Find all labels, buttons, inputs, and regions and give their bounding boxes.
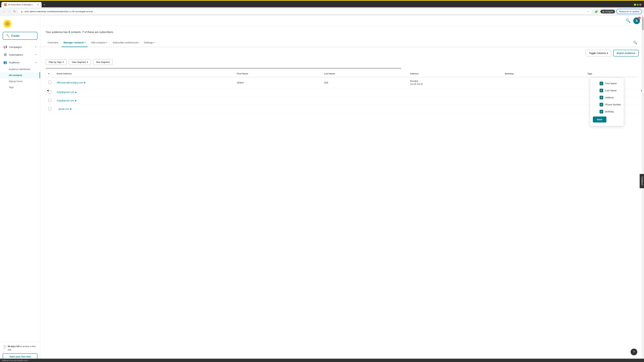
- incognito-label: Incognito: [605, 10, 614, 13]
- nav-item-campaigns[interactable]: 📢 Campaigns ▼: [0, 43, 40, 51]
- trial-info: 🕐 89 days left to access a free trial.: [3, 345, 38, 351]
- checkbox-first-name[interactable]: ✓: [600, 82, 603, 85]
- sidebar-logo: 🐵: [0, 16, 40, 32]
- row-address-cell: Moodjoy122 W 3rd St: [407, 77, 502, 88]
- back-button[interactable]: ←: [2, 9, 6, 14]
- row-select-checkbox[interactable]: [48, 81, 51, 84]
- global-search-button[interactable]: 🔍: [623, 16, 633, 26]
- close-button[interactable]: [639, 4, 641, 6]
- sidebar-item-all-contacts[interactable]: All contacts: [0, 72, 40, 78]
- chevron-down-icon: ▾: [106, 41, 107, 43]
- relaunch-button[interactable]: Relaunch to update: [616, 9, 642, 14]
- email-link[interactable]: tryfg@gmail.com ▶: [57, 91, 232, 93]
- automations-icon: ⚙️: [3, 53, 7, 56]
- automations-label: Automations: [9, 53, 23, 56]
- expand-arrow-icon: ▶: [70, 108, 72, 110]
- checkbox-address[interactable]: ✓: [600, 96, 603, 99]
- row-select-checkbox[interactable]: [48, 99, 51, 102]
- toggle-columns-save-button[interactable]: Save: [593, 116, 606, 122]
- email-link[interactable]: ...gmail.com ▶: [57, 108, 232, 110]
- new-tab-button[interactable]: +: [42, 2, 47, 7]
- contacts-count: 8: [68, 31, 70, 33]
- drag-handle-icon: ⋮⋮: [593, 110, 598, 113]
- create-button[interactable]: ✏️ Create: [3, 32, 38, 40]
- toggle-label: First Name: [605, 82, 617, 85]
- browser-frame: 🐒 All subscribers of Moodjoy | Ma... ✕ +…: [0, 0, 644, 16]
- browser-tabs-bar: 🐒 All subscribers of Moodjoy | Ma... ✕ +: [0, 1, 644, 7]
- tab-overview[interactable]: Overview: [46, 38, 60, 47]
- filter-by-tags-button[interactable]: Filter by Tags ▾: [46, 59, 67, 65]
- status-text: Waiting for px.ads.linkedin.com...: [2, 359, 29, 361]
- reload-button[interactable]: ↻: [13, 9, 16, 14]
- table-row: tryfg@gmail.com ▶: [46, 88, 639, 96]
- tab-settings[interactable]: Settings ▾: [142, 38, 157, 47]
- tab-subscriber-preferences[interactable]: Subscriber preferences: [110, 38, 140, 47]
- export-audience-button[interactable]: Export Audience: [613, 50, 639, 56]
- main-content: 🔍 S 1 Your audience has 8 contacts. 7 of…: [40, 16, 644, 362]
- minimize-button[interactable]: [634, 4, 636, 6]
- sidebar-item-signup-forms[interactable]: Signup forms: [0, 78, 40, 84]
- email-link[interactable]: d901eace@moodjoy.com ▶: [57, 81, 232, 84]
- clock-icon: 🕐: [3, 345, 6, 349]
- filter-bar: Filter by Tags ▾ View Segment ▾ New Segm…: [40, 59, 644, 68]
- avatar[interactable]: S 1: [633, 17, 640, 24]
- checkbox-last-name[interactable]: ✓: [600, 89, 603, 92]
- drag-handle-icon: ⋮⋮: [593, 82, 598, 85]
- chevron-up-icon: ▲: [35, 61, 37, 63]
- tab-add-contacts[interactable]: Add contacts ▾: [89, 38, 109, 47]
- address-text: us21.admin.mailchimp.com/lists/members/#…: [24, 10, 586, 13]
- active-tab[interactable]: 🐒 All subscribers of Moodjoy | Ma... ✕: [1, 2, 42, 7]
- help-button[interactable]: ?: [630, 349, 637, 355]
- table-row: ...gmail.com ▶: [46, 105, 639, 113]
- sub-nav-search-button[interactable]: 🔍: [632, 39, 639, 46]
- scrollbar-thumb[interactable]: [642, 17, 644, 30]
- nav-item-audience[interactable]: 👥 Audience ▲: [0, 58, 40, 66]
- drag-handle-icon: ⋮⋮: [593, 96, 598, 99]
- sidebar-item-audience-dashboard[interactable]: Audience dashboard: [0, 66, 40, 72]
- view-segment-button[interactable]: View Segment ▾: [69, 59, 91, 65]
- toggle-columns-button[interactable]: Toggle Columns ▾: [586, 50, 611, 56]
- row-email-cell: tryfg@gmail.com ▶: [54, 88, 234, 96]
- new-segment-button[interactable]: New Segment: [93, 59, 113, 65]
- toolbar-right: 🧩 🕵️ Incognito Relaunch to update: [594, 9, 642, 14]
- drag-handle-icon: ⋮⋮: [593, 103, 598, 106]
- toggle-label: Last Name: [605, 89, 617, 92]
- tab-favicon: 🐒: [4, 3, 7, 6]
- chevron-down-icon: ▾: [84, 41, 86, 43]
- toggle-item-last-name[interactable]: ⋮⋮ ✓ Last Name: [590, 87, 624, 94]
- row-checkbox-cell: [46, 105, 54, 113]
- forward-button[interactable]: →: [8, 9, 12, 14]
- toggle-item-phone-number[interactable]: ⋮⋮ ✓ Phone Number: [590, 101, 624, 108]
- tab-manage-contacts[interactable]: Manage contacts ▾: [62, 38, 88, 47]
- th-tags: Tags: [585, 70, 639, 77]
- email-link[interactable]: zxfg@gmail.com ▶: [57, 99, 232, 102]
- checkbox-birthday[interactable]: ✓: [600, 110, 603, 113]
- campaigns-label: Campaigns: [9, 45, 22, 48]
- row-select-checkbox[interactable]: [48, 107, 51, 110]
- chevron-down-icon[interactable]: ▾: [48, 72, 50, 75]
- address-bar[interactable]: 🔒 us21.admin.mailchimp.com/lists/members…: [18, 9, 592, 14]
- tab-close-icon[interactable]: ✕: [37, 3, 39, 6]
- incognito-icon: 🕵️: [602, 10, 604, 13]
- mailchimp-logo: 🐵: [3, 20, 12, 28]
- checkbox-phone-number[interactable]: ✓: [600, 103, 603, 106]
- extensions-button[interactable]: 🧩: [594, 9, 599, 14]
- table-body: d901eace@moodjoy.com ▶ Shane Deli Moodjo…: [46, 77, 639, 113]
- toggle-item-address[interactable]: ⋮⋮ ✓ Address: [590, 94, 624, 101]
- maximize-button[interactable]: [636, 4, 639, 6]
- row-first-name-cell: Shane: [234, 77, 321, 88]
- audience-stats: Your audience has 8 contacts. 7 of these…: [40, 26, 644, 38]
- horizontal-scrollbar[interactable]: [46, 68, 402, 69]
- row-last-name-cell: Deli: [321, 77, 407, 88]
- nav-item-automations[interactable]: ⚙️ Automations ▼: [0, 51, 40, 58]
- status-bar: Waiting for px.ads.linkedin.com...: [0, 359, 644, 362]
- feedback-tab[interactable]: Feedback: [640, 174, 644, 188]
- toggle-item-first-name[interactable]: ⋮⋮ ✓ First Name: [590, 80, 624, 87]
- chevron-down-icon: ▾: [62, 61, 64, 63]
- sidebar-item-tags[interactable]: Tags: [0, 84, 40, 90]
- notification-badge: 1: [638, 17, 641, 19]
- bookmark-icon[interactable]: ☆: [587, 10, 590, 13]
- toggle-item-birthday[interactable]: ⋮⋮ ✓ Birthday: [590, 108, 624, 115]
- scroll-left-button[interactable]: ◀: [46, 88, 50, 92]
- contacts-table: ▾ Email Address First Name Last Name Add: [46, 70, 639, 113]
